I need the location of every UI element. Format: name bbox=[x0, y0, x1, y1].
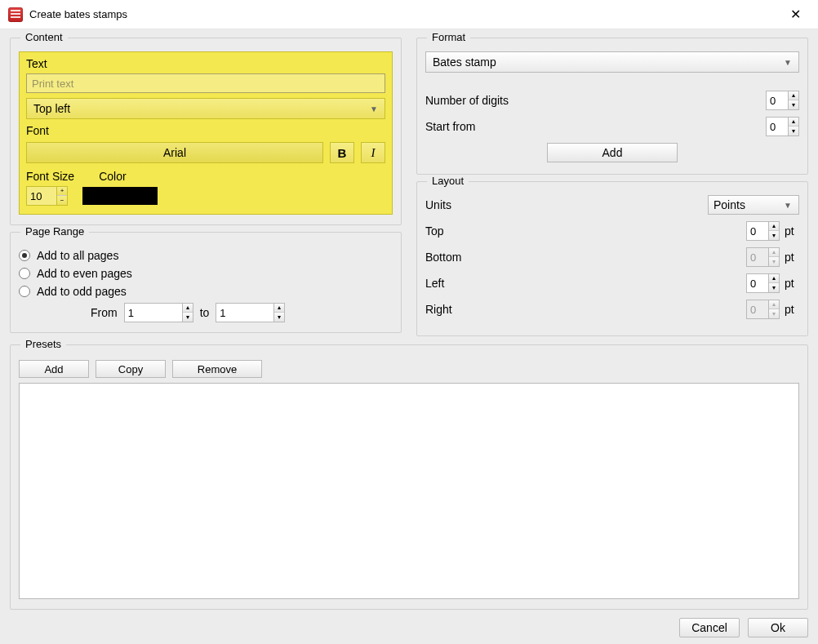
start-spinner[interactable]: ▴ ▾ bbox=[766, 117, 799, 136]
preset-add-button[interactable]: Add bbox=[19, 360, 89, 378]
bottom-down: ▾ bbox=[769, 257, 779, 266]
unit-left: pt bbox=[785, 277, 799, 290]
legend-layout: Layout bbox=[427, 175, 469, 187]
app-icon bbox=[8, 7, 23, 22]
right-down: ▾ bbox=[769, 309, 779, 318]
digits-value[interactable] bbox=[767, 91, 788, 109]
units-label: Units bbox=[425, 198, 451, 211]
color-picker[interactable] bbox=[82, 187, 158, 205]
chevron-down-icon: ▼ bbox=[370, 104, 378, 113]
ok-button[interactable]: Ok bbox=[748, 618, 808, 637]
left-down[interactable]: ▾ bbox=[769, 283, 779, 292]
digits-label: Number of digits bbox=[425, 94, 509, 107]
radio-odd-pages[interactable] bbox=[19, 286, 30, 297]
font-size-down[interactable]: − bbox=[57, 196, 67, 205]
cancel-label: Cancel bbox=[691, 621, 727, 634]
bottom-up: ▴ bbox=[769, 248, 779, 257]
format-type-select[interactable]: Bates stamp ▼ bbox=[425, 51, 799, 73]
legend-page-range: Page Range bbox=[20, 225, 89, 238]
bottom-spinner: ▴▾ bbox=[746, 247, 780, 267]
font-size-value[interactable] bbox=[27, 187, 56, 205]
group-content: Content Text Top left ▼ Font Arial B bbox=[10, 38, 402, 225]
unit-top: pt bbox=[785, 224, 799, 238]
format-add-label: Add bbox=[602, 146, 623, 159]
right-value bbox=[747, 300, 768, 318]
to-label: to bbox=[200, 306, 210, 319]
close-icon[interactable]: ✕ bbox=[780, 2, 810, 27]
radio-odd-label: Add to odd pages bbox=[37, 285, 127, 298]
top-spinner[interactable]: ▴▾ bbox=[746, 221, 780, 241]
bottom-label: Bottom bbox=[425, 251, 461, 264]
preset-remove-button[interactable]: Remove bbox=[172, 360, 262, 378]
color-label: Color bbox=[99, 170, 126, 183]
font-select-button[interactable]: Arial bbox=[26, 142, 323, 163]
bottom-value bbox=[747, 248, 768, 266]
units-select[interactable]: Points ▼ bbox=[708, 195, 799, 215]
ok-label: Ok bbox=[771, 621, 785, 634]
unit-bottom: pt bbox=[785, 251, 799, 264]
to-spinner[interactable]: ▴ ▾ bbox=[216, 303, 285, 322]
right-spinner: ▴▾ bbox=[746, 300, 780, 319]
units-value: Points bbox=[714, 198, 745, 211]
italic-button[interactable]: I bbox=[361, 142, 385, 163]
start-label: Start from bbox=[425, 120, 475, 133]
from-value[interactable] bbox=[125, 304, 182, 322]
left-up[interactable]: ▴ bbox=[769, 274, 779, 283]
position-select[interactable]: Top left ▼ bbox=[26, 98, 385, 119]
group-presets: Presets Add Copy Remove bbox=[10, 344, 808, 610]
from-down[interactable]: ▾ bbox=[183, 313, 193, 322]
to-value[interactable] bbox=[216, 304, 273, 322]
font-size-up[interactable]: + bbox=[57, 187, 67, 196]
preset-remove-label: Remove bbox=[198, 363, 237, 375]
unit-right: pt bbox=[785, 303, 799, 316]
start-value[interactable] bbox=[767, 118, 788, 135]
right-up: ▴ bbox=[769, 300, 779, 309]
left-spinner[interactable]: ▴▾ bbox=[746, 273, 780, 293]
radio-even-pages[interactable] bbox=[19, 268, 30, 279]
dialog-footer: Cancel Ok bbox=[10, 610, 808, 637]
titlebar: Create bates stamps ✕ bbox=[0, 0, 818, 29]
presets-list[interactable] bbox=[19, 383, 799, 599]
left-value[interactable] bbox=[747, 274, 768, 292]
top-down[interactable]: ▾ bbox=[769, 231, 779, 240]
digits-up[interactable]: ▴ bbox=[789, 91, 798, 100]
cancel-button[interactable]: Cancel bbox=[679, 618, 740, 637]
digits-spinner[interactable]: ▴ ▾ bbox=[766, 91, 799, 110]
position-select-value: Top left bbox=[33, 102, 70, 115]
chevron-down-icon: ▼ bbox=[784, 58, 792, 67]
format-add-button[interactable]: Add bbox=[547, 143, 678, 162]
legend-presets: Presets bbox=[20, 338, 66, 350]
from-up[interactable]: ▴ bbox=[183, 304, 193, 313]
top-value[interactable] bbox=[747, 222, 768, 240]
left-label: Left bbox=[425, 277, 444, 290]
top-label: Top bbox=[425, 224, 444, 238]
radio-all-label: Add to all pages bbox=[37, 249, 118, 262]
content-panel: Text Top left ▼ Font Arial B bbox=[19, 51, 393, 215]
from-spinner[interactable]: ▴ ▾ bbox=[124, 303, 193, 322]
format-type-value: Bates stamp bbox=[433, 56, 496, 69]
preset-add-label: Add bbox=[44, 363, 63, 375]
top-up[interactable]: ▴ bbox=[769, 222, 779, 231]
radio-all-pages[interactable] bbox=[19, 250, 30, 261]
bold-button[interactable]: B bbox=[330, 142, 354, 163]
font-size-spinner[interactable]: + − bbox=[26, 186, 68, 206]
radio-even-label: Add to even pages bbox=[37, 267, 132, 280]
font-size-label: Font Size bbox=[26, 170, 74, 183]
legend-format: Format bbox=[427, 31, 470, 43]
italic-icon: I bbox=[371, 146, 376, 160]
bold-icon: B bbox=[338, 146, 347, 160]
font-name: Arial bbox=[163, 146, 186, 159]
font-label: Font bbox=[26, 124, 385, 137]
start-up[interactable]: ▴ bbox=[789, 118, 798, 127]
to-down[interactable]: ▾ bbox=[274, 313, 284, 322]
legend-content: Content bbox=[20, 31, 68, 43]
to-up[interactable]: ▴ bbox=[274, 304, 284, 313]
text-input[interactable] bbox=[26, 73, 385, 93]
right-label: Right bbox=[425, 303, 452, 316]
digits-down[interactable]: ▾ bbox=[789, 100, 798, 109]
start-down[interactable]: ▾ bbox=[789, 127, 798, 135]
group-page-range: Page Range Add to all pages Add to even … bbox=[10, 232, 402, 333]
group-layout: Layout Units Points ▼ Top ▴▾ bbox=[416, 181, 808, 336]
preset-copy-button[interactable]: Copy bbox=[96, 360, 166, 378]
window-title: Create bates stamps bbox=[29, 8, 780, 20]
